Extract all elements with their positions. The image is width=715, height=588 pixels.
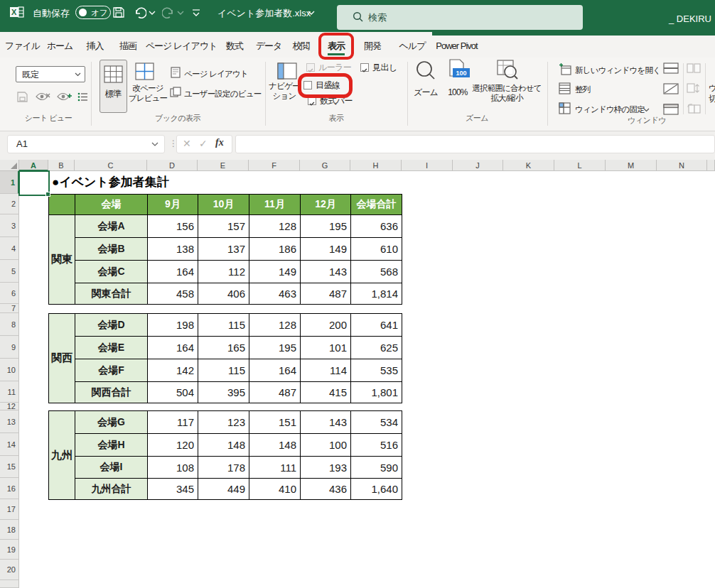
value-cell[interactable]: 111: [249, 457, 300, 478]
navigation-label[interactable]: ナビゲーション: [269, 81, 300, 101]
group-cell-九州[interactable]: 九州: [49, 411, 75, 499]
venue-cell[interactable]: 会場H: [75, 434, 147, 456]
value-cell[interactable]: 200: [301, 314, 350, 336]
row-header-8[interactable]: 8: [0, 313, 19, 336]
switch-windows-label-cut[interactable]: ウ切: [709, 83, 715, 104]
unhide-window-icon[interactable]: [663, 104, 679, 115]
search-box[interactable]: 検索: [337, 5, 583, 30]
value-cell[interactable]: 568: [351, 261, 402, 283]
column-header-partial[interactable]: [707, 160, 715, 171]
value-cell[interactable]: 100: [301, 434, 350, 456]
group-cell-関西[interactable]: 関西: [49, 314, 75, 403]
row-header-16[interactable]: 16: [0, 478, 19, 499]
table-header-cell[interactable]: 9月: [148, 195, 198, 214]
row-header-9[interactable]: 9: [0, 336, 19, 359]
value-cell[interactable]: 487: [301, 283, 350, 304]
save-icon[interactable]: [112, 6, 126, 19]
checkbox-label-見出し[interactable]: 見出し: [372, 62, 397, 74]
value-cell[interactable]: 115: [198, 314, 249, 336]
value-cell[interactable]: 504: [148, 382, 198, 403]
document-title[interactable]: イベント参加者数.xlsx: [217, 7, 311, 20]
value-cell[interactable]: 143: [301, 411, 350, 433]
value-cell[interactable]: 117: [148, 411, 198, 433]
value-cell[interactable]: 198: [148, 314, 198, 336]
hide-window-icon[interactable]: [663, 83, 679, 94]
split-icon[interactable]: [663, 62, 679, 74]
value-cell[interactable]: 590: [351, 457, 402, 478]
value-cell[interactable]: 112: [198, 261, 249, 283]
zoom-to-selection-icon[interactable]: [497, 60, 518, 81]
custom-views-icon[interactable]: [170, 87, 181, 98]
venue-cell[interactable]: 会場I: [75, 457, 147, 478]
value-cell[interactable]: 1,814: [351, 283, 402, 304]
value-cell[interactable]: 345: [148, 479, 198, 499]
row-header-5[interactable]: 5: [0, 260, 19, 283]
value-cell[interactable]: 114: [301, 359, 350, 381]
column-header-N[interactable]: N: [657, 160, 707, 171]
row-header-4[interactable]: 4: [0, 237, 19, 260]
tab-数式[interactable]: 数式: [226, 36, 243, 55]
value-cell[interactable]: 164: [148, 261, 198, 283]
value-cell[interactable]: 178: [198, 457, 249, 478]
venue-cell[interactable]: 九州合計: [75, 479, 147, 499]
row-header-11[interactable]: 11: [0, 381, 19, 403]
undo-icon[interactable]: [134, 6, 146, 19]
value-cell[interactable]: 516: [351, 434, 402, 456]
value-cell[interactable]: 1,801: [351, 382, 402, 403]
sheet-view-options-icon[interactable]: [77, 91, 89, 103]
venue-cell[interactable]: 会場D: [75, 314, 147, 336]
row-header-14[interactable]: 14: [0, 433, 19, 456]
table-corner-cell[interactable]: [49, 195, 75, 214]
table-header-cell[interactable]: 12月: [301, 195, 350, 214]
value-cell[interactable]: 143: [301, 261, 350, 283]
value-cell[interactable]: 164: [148, 337, 198, 359]
autosave-toggle[interactable]: オフ: [75, 6, 111, 19]
save-sheet-view-icon[interactable]: [16, 91, 28, 103]
column-header-L[interactable]: L: [554, 160, 606, 171]
value-cell[interactable]: 625: [351, 337, 402, 359]
page-break-preview-icon[interactable]: [135, 62, 154, 80]
row-header-10[interactable]: 10: [0, 359, 19, 381]
group-cell-関東[interactable]: 関東: [49, 215, 75, 304]
zoom-icon[interactable]: [415, 60, 436, 81]
value-cell[interactable]: 151: [249, 411, 300, 433]
row-header-18[interactable]: 18: [0, 520, 19, 540]
value-cell[interactable]: 641: [351, 314, 402, 336]
new-sheet-view-icon[interactable]: [57, 91, 72, 103]
tab-挿入[interactable]: 挿入: [87, 36, 104, 55]
value-cell[interactable]: 406: [198, 283, 249, 304]
row-header-2[interactable]: 2: [0, 194, 19, 214]
freeze-panes-label[interactable]: ウィンドウ枠の固定: [575, 104, 645, 115]
row-header-15[interactable]: 15: [0, 456, 19, 478]
tab-開発[interactable]: 開発: [364, 36, 381, 55]
value-cell[interactable]: 149: [301, 238, 350, 260]
column-header-H[interactable]: H: [350, 160, 402, 171]
redo-icon[interactable]: [162, 6, 175, 19]
value-cell[interactable]: 186: [249, 238, 300, 260]
column-header-G[interactable]: G: [300, 160, 350, 171]
table-header-cell[interactable]: 会場: [75, 195, 147, 214]
column-header-D[interactable]: D: [147, 160, 198, 171]
column-header-K[interactable]: K: [503, 160, 554, 171]
page-layout-view-icon[interactable]: [170, 67, 181, 78]
value-cell[interactable]: 164: [249, 359, 300, 381]
row-header-20[interactable]: 20: [0, 560, 19, 580]
value-cell[interactable]: 535: [351, 359, 402, 381]
row-header-13[interactable]: 13: [0, 410, 19, 433]
value-cell[interactable]: 487: [249, 382, 300, 403]
value-cell[interactable]: 395: [198, 382, 249, 403]
row-header-3[interactable]: 3: [0, 214, 19, 237]
tab-データ[interactable]: データ: [256, 36, 282, 55]
value-cell[interactable]: 149: [249, 261, 300, 283]
exit-sheet-view-icon[interactable]: [36, 91, 51, 103]
freeze-panes-icon[interactable]: [559, 102, 571, 114]
row-header-1[interactable]: 1: [0, 171, 19, 194]
reset-window-position-icon[interactable]: [687, 103, 701, 114]
value-cell[interactable]: 148: [198, 434, 249, 456]
column-header-B[interactable]: B: [48, 160, 75, 171]
checkbox-見出し[interactable]: [360, 63, 369, 72]
enter-icon[interactable]: ✓: [199, 138, 208, 149]
venue-cell[interactable]: 会場F: [75, 359, 147, 381]
value-cell[interactable]: 123: [198, 411, 249, 433]
select-all-corner[interactable]: [0, 160, 19, 171]
